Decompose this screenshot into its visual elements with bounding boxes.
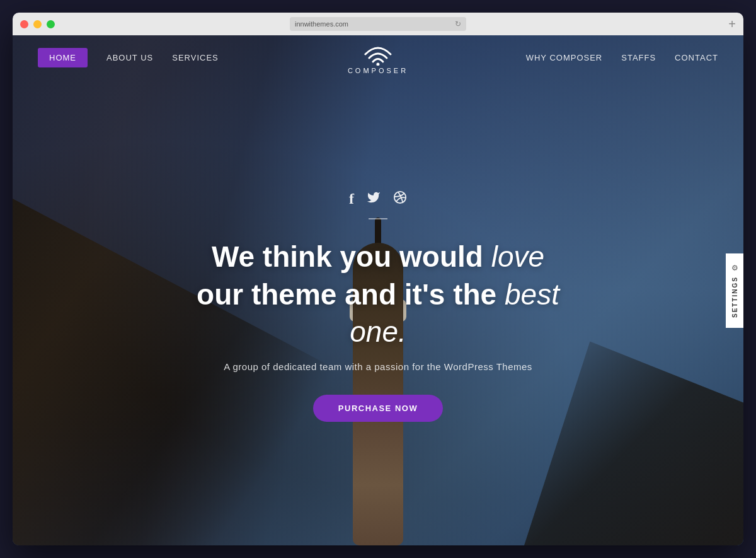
headline-part3: one. xyxy=(350,315,406,348)
headline-part2: our theme and it's the xyxy=(197,278,505,311)
nav-item-services[interactable]: SERVICES xyxy=(172,53,219,62)
logo-text: COMPOSER xyxy=(348,67,408,74)
url-text: innwithemes.com xyxy=(295,20,348,28)
close-dot[interactable] xyxy=(20,20,28,28)
logo[interactable]: COMPOSER xyxy=(348,40,408,74)
logo-icon xyxy=(362,40,394,66)
hero-subtitle: A group of dedicated team with a passion… xyxy=(224,361,532,372)
twitter-icon[interactable] xyxy=(367,190,381,208)
headline-italic1: love xyxy=(491,240,544,273)
settings-tab[interactable]: ⚙ SETTINGS xyxy=(726,253,743,327)
nav-item-why-composer[interactable]: WHY COMPOSER xyxy=(526,53,603,62)
svg-point-0 xyxy=(377,63,380,66)
add-tab-button[interactable]: + xyxy=(728,18,736,30)
social-divider xyxy=(369,218,387,219)
browser-content: HOME ABOUT US SERVICES COMPOSER WHY xyxy=(13,35,743,545)
address-bar[interactable]: innwithemes.com ↻ xyxy=(290,17,466,31)
purchase-now-button[interactable]: PURCHASE NOW xyxy=(313,395,443,422)
hero-content: f We think you would love our theme and … xyxy=(13,67,743,545)
settings-label: SETTINGS xyxy=(731,276,738,317)
navbar: HOME ABOUT US SERVICES COMPOSER WHY xyxy=(13,35,743,79)
minimize-dot[interactable] xyxy=(33,20,42,28)
nav-item-contact[interactable]: CONTACT xyxy=(675,53,718,62)
social-icons: f xyxy=(349,190,407,208)
hero-section: HOME ABOUT US SERVICES COMPOSER WHY xyxy=(13,35,743,545)
nav-item-home[interactable]: HOME xyxy=(38,48,88,67)
nav-item-staffs[interactable]: STAFFS xyxy=(621,53,656,62)
title-bar: innwithemes.com ↻ + xyxy=(13,13,743,35)
headline-italic2: best xyxy=(505,278,559,311)
headline-part1: We think you would xyxy=(212,240,491,273)
refresh-icon[interactable]: ↻ xyxy=(455,20,461,28)
nav-left: HOME ABOUT US SERVICES xyxy=(38,48,219,67)
nav-item-about[interactable]: ABOUT US xyxy=(106,53,153,62)
facebook-icon[interactable]: f xyxy=(349,190,354,208)
nav-right: WHY COMPOSER STAFFS CONTACT xyxy=(526,53,718,62)
hero-headline: We think you would love our theme and it… xyxy=(197,238,559,351)
maximize-dot[interactable] xyxy=(47,20,55,28)
dribbble-icon[interactable] xyxy=(393,190,407,208)
mac-window: innwithemes.com ↻ + HOME ABOUT US SERVIC… xyxy=(13,13,743,545)
gear-icon: ⚙ xyxy=(731,263,738,272)
